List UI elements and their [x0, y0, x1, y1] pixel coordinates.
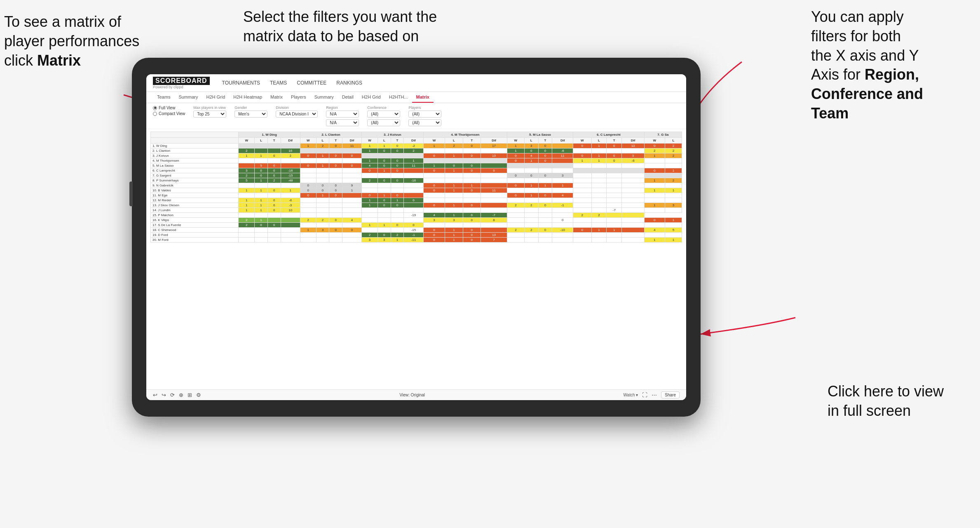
subnav-matrix-active[interactable]: Matrix: [412, 92, 434, 103]
zoom-icon[interactable]: ⊕: [179, 392, 183, 398]
subnav-h2h-grid[interactable]: H2H Grid: [202, 92, 229, 103]
matrix-cell: 2: [391, 233, 404, 238]
matrix-cell: 0: [524, 148, 538, 153]
matrix-cell: [362, 208, 378, 213]
filter-conference-select-y[interactable]: (All): [367, 119, 400, 126]
matrix-cell: 0: [423, 183, 445, 188]
grid-icon[interactable]: ⊞: [188, 392, 192, 398]
matrix-cell: [481, 223, 507, 228]
matrix-cell: [644, 173, 665, 178]
matrix-cell: [267, 144, 281, 148]
matrix-cell: [644, 223, 665, 228]
subnav-h2h-grid2[interactable]: H2H Grid: [358, 92, 385, 103]
matrix-cell: 2: [524, 228, 538, 233]
matrix-cell: [607, 168, 622, 173]
matrix-cell: [445, 193, 463, 198]
matrix-cell: [255, 233, 268, 238]
matrix-cell: 1: [607, 228, 622, 233]
matrix-cell: [607, 233, 622, 238]
matrix-cell: [607, 173, 622, 178]
matrix-cell: 1: [342, 188, 362, 193]
matrix-cell: [665, 193, 682, 198]
subnav-teams[interactable]: Teams: [153, 92, 174, 103]
matrix-cell: [644, 183, 665, 188]
full-view-radio[interactable]: [153, 106, 157, 110]
undo-icon[interactable]: ↩: [153, 392, 157, 398]
subnav-matrix[interactable]: Matrix: [266, 92, 287, 103]
subnav-h2h-heatmap[interactable]: H2H Heatmap: [229, 92, 266, 103]
matrix-cell: [316, 213, 329, 218]
settings-icon[interactable]: ⚙: [196, 392, 201, 398]
matrix-cell: -1: [404, 233, 423, 238]
matrix-cell: 2: [239, 223, 255, 228]
player-name-cell: 5. M La Sasso: [151, 163, 239, 168]
matrix-cell: [591, 193, 607, 198]
matrix-cell: [524, 168, 538, 173]
filter-gender-select[interactable]: Men's: [234, 111, 267, 118]
matrix-cell: [342, 193, 362, 198]
share-button[interactable]: Share: [661, 391, 680, 398]
filter-players-select-y[interactable]: (All): [408, 119, 441, 126]
matrix-cell: 3: [524, 144, 538, 148]
matrix-cell: 0: [423, 188, 445, 193]
matrix-cell: 0: [255, 168, 268, 173]
nav-rankings[interactable]: RANKINGS: [336, 80, 362, 86]
matrix-cell: [342, 168, 362, 173]
matrix-cell: 0: [644, 144, 665, 148]
filter-max-players-select[interactable]: Top 25: [193, 111, 226, 118]
matrix-cell: [481, 198, 507, 203]
subnav-detail[interactable]: Detail: [338, 92, 358, 103]
matrix-cell: [573, 163, 591, 168]
subnav-players[interactable]: Players: [287, 92, 310, 103]
matrix-cell: 3: [665, 203, 682, 208]
filter-players-select-x[interactable]: (All): [408, 111, 441, 118]
matrix-cell: [255, 183, 268, 188]
filter-conference-select-x[interactable]: (All): [367, 111, 400, 118]
matrix-cell: [507, 198, 525, 203]
refresh-icon[interactable]: ⟳: [170, 392, 175, 398]
matrix-cell: [622, 238, 644, 243]
matrix-cell: [573, 183, 591, 188]
matrix-cell: [316, 233, 329, 238]
matrix-cell: 1: [644, 238, 665, 243]
filter-division-select[interactable]: NCAA Division I: [276, 111, 318, 118]
subnav-h2hth[interactable]: H2HTH...: [385, 92, 412, 103]
more-icon[interactable]: ⋯: [652, 392, 657, 398]
matrix-cell: 0: [481, 168, 507, 173]
table-row: 5. M La Sasso50010040011100: [151, 163, 682, 168]
matrix-cell: [607, 148, 622, 153]
matrix-cell: [445, 158, 463, 163]
matrix-cell: [281, 144, 300, 148]
matrix-cell: [445, 208, 463, 213]
filter-region-select-y[interactable]: N/A: [326, 119, 359, 126]
redo-icon[interactable]: ↪: [162, 392, 166, 398]
matrix-cell: [267, 228, 281, 233]
matrix-cell: [239, 238, 255, 243]
compact-view-option[interactable]: Compact View: [153, 111, 185, 116]
matrix-cell: 0: [538, 173, 552, 178]
subnav-summary[interactable]: Summary: [174, 92, 202, 103]
matrix-cell: [622, 223, 644, 228]
subnav-summary2[interactable]: Summary: [310, 92, 338, 103]
matrix-cell: [538, 168, 552, 173]
matrix-cell: 4: [524, 153, 538, 158]
matrix-cell: 0: [607, 158, 622, 163]
annotation-top-center: Select the filters you want thematrix da…: [243, 7, 457, 46]
compact-view-radio[interactable]: [153, 112, 157, 116]
matrix-cell: 1: [573, 158, 591, 163]
matrix-cell: 0: [463, 238, 481, 243]
nav-tournaments[interactable]: TOURNAMENTS: [222, 80, 260, 86]
nav-committee[interactable]: COMMITTEE: [297, 80, 326, 86]
matrix-cell: [300, 198, 316, 203]
scoreboard-logo: SCOREBOARD Powered by clippd: [153, 77, 210, 89]
matrix-cell: 2: [239, 173, 255, 178]
watch-btn[interactable]: Watch ▾: [624, 393, 638, 397]
matrix-cell: [644, 163, 665, 168]
matrix-cell: [552, 188, 573, 193]
matrix-cell: 1: [255, 218, 268, 223]
fullscreen-icon[interactable]: ⛶: [642, 392, 647, 398]
nav-teams[interactable]: TEAMS: [270, 80, 287, 86]
sub-col-d5: Dif: [552, 138, 573, 144]
full-view-option[interactable]: Full View: [153, 106, 185, 110]
filter-region-select-x[interactable]: N/A: [326, 111, 359, 118]
